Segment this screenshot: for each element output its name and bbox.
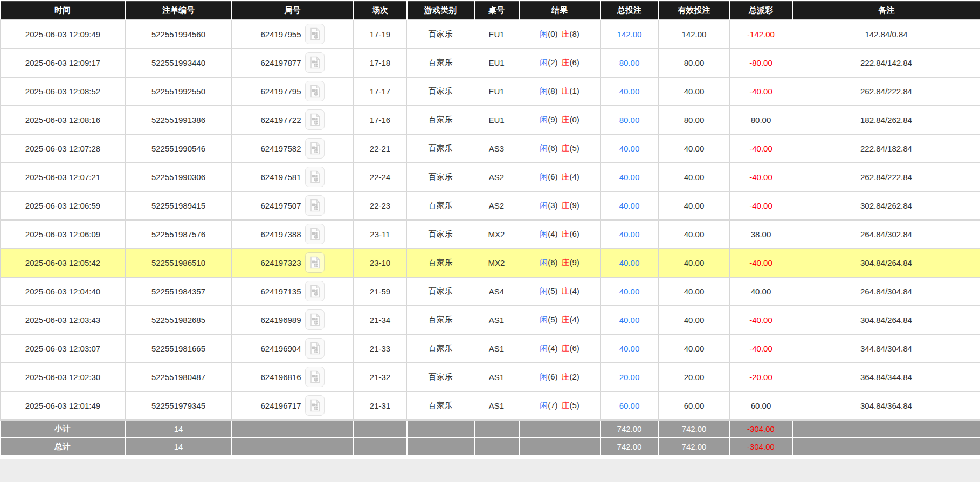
cell-round-no: 624196904 (232, 334, 354, 363)
total-bet-link[interactable]: 40.00 (619, 201, 640, 210)
total-bet-link[interactable]: 40.00 (619, 344, 640, 353)
col-header-order-no: 注单编号 (126, 2, 232, 20)
cell-game-type: 百家乐 (407, 220, 474, 249)
table-row: 2025-06-03 12:03:07 522551981665 6241969… (1, 334, 980, 363)
player-score: (4) (548, 343, 557, 353)
subtotal-empty-cell (407, 420, 474, 438)
cell-total-bet: 80.00 (601, 106, 659, 134)
total-bet-link[interactable]: 80.00 (619, 115, 640, 125)
round-no-text: 624197323 (260, 258, 301, 267)
video-file-icon (309, 170, 320, 183)
subtotal-row: 小计 14 742.00 742.00 -304.00 (1, 420, 980, 438)
cell-result: 闲(6)庄(5) (519, 134, 601, 163)
video-file-icon (309, 113, 320, 126)
video-replay-button[interactable] (305, 167, 325, 187)
cell-round-no: 624197795 (232, 77, 354, 106)
col-header-total-bet: 总投注 (601, 2, 659, 20)
cell-valid-bet: 40.00 (659, 306, 730, 334)
cell-session: 21-59 (354, 277, 407, 306)
banker-label: 庄 (562, 286, 570, 295)
video-replay-button[interactable] (305, 195, 325, 216)
player-score: (0) (548, 29, 557, 38)
cell-game-type: 百家乐 (407, 277, 474, 306)
round-no-text: 624196816 (260, 373, 301, 382)
cell-order-no: 522551993440 (126, 49, 232, 77)
cell-total-bet: 142.00 (601, 20, 659, 49)
total-bet-link[interactable]: 20.00 (619, 373, 640, 382)
video-replay-button[interactable] (305, 309, 325, 330)
subtotal-empty-cell (474, 420, 519, 438)
player-score: (6) (548, 172, 557, 181)
round-no-text: 624196717 (260, 401, 301, 410)
total-bet-link[interactable]: 40.00 (619, 173, 640, 182)
round-no-text: 624197507 (260, 201, 301, 210)
grand-total-total-bet: 742.00 (601, 438, 659, 456)
subtotal-count: 14 (126, 420, 232, 438)
total-bet-link[interactable]: 40.00 (619, 287, 640, 296)
cell-game-type: 百家乐 (407, 306, 474, 334)
cell-game-type: 百家乐 (407, 363, 474, 391)
total-bet-link[interactable]: 40.00 (619, 144, 640, 153)
cell-result: 闲(9)庄(0) (519, 106, 601, 134)
table-row: 2025-06-03 12:06:09 522551987576 6241973… (1, 220, 980, 249)
cell-remark: 304.84/264.84 (792, 306, 980, 334)
total-bet-link[interactable]: 60.00 (619, 401, 640, 410)
table-row: 2025-06-03 12:06:59 522551989415 6241975… (1, 191, 980, 220)
round-no-text: 624197388 (260, 230, 301, 239)
cell-session: 21-32 (354, 363, 407, 391)
cell-total-bet: 40.00 (601, 249, 659, 277)
cell-payout: -142.00 (730, 20, 792, 49)
grand-total-row: 总计 14 742.00 742.00 -304.00 (1, 438, 980, 456)
cell-order-no: 522551981665 (126, 334, 232, 363)
table-row: 2025-06-03 12:09:17 522551993440 6241978… (1, 49, 980, 77)
total-bet-link[interactable]: 40.00 (619, 315, 640, 325)
cell-round-no: 624197877 (232, 49, 354, 77)
player-label: 闲 (540, 372, 548, 381)
col-header-game-type: 游戏类别 (407, 2, 474, 20)
cell-valid-bet: 40.00 (659, 334, 730, 363)
video-replay-button[interactable] (305, 338, 325, 359)
cell-valid-bet: 40.00 (659, 134, 730, 163)
video-file-icon (309, 228, 320, 240)
cell-session: 17-19 (354, 20, 407, 49)
video-replay-button[interactable] (305, 224, 325, 244)
video-replay-button[interactable] (305, 138, 325, 159)
cell-table-no: AS1 (474, 363, 519, 391)
player-label: 闲 (540, 29, 548, 38)
header-row: 时间 注单编号 局号 场次 游戏类别 桌号 结果 总投注 有效投注 总派彩 备注 (1, 2, 980, 20)
player-score: (5) (548, 315, 557, 324)
player-label: 闲 (540, 343, 548, 353)
banker-label: 庄 (562, 143, 570, 153)
total-bet-link[interactable]: 80.00 (619, 58, 640, 67)
cell-remark: 364.84/344.84 (792, 363, 980, 391)
video-replay-button[interactable] (305, 81, 325, 101)
round-no-text: 624197582 (260, 144, 301, 153)
cell-game-type: 百家乐 (407, 249, 474, 277)
cell-valid-bet: 142.00 (659, 20, 730, 49)
cell-table-no: AS1 (474, 306, 519, 334)
cell-round-no: 624197323 (232, 249, 354, 277)
cell-game-type: 百家乐 (407, 191, 474, 220)
cell-table-no: EU1 (474, 77, 519, 106)
cell-game-type: 百家乐 (407, 106, 474, 134)
col-header-valid-bet: 有效投注 (659, 2, 730, 20)
video-replay-button[interactable] (305, 52, 325, 73)
video-replay-button[interactable] (305, 252, 325, 273)
total-bet-link[interactable]: 40.00 (619, 258, 640, 267)
cell-table-no: MX2 (474, 249, 519, 277)
cell-round-no: 624197507 (232, 191, 354, 220)
banker-score: (9) (570, 258, 579, 267)
video-replay-button[interactable] (305, 367, 325, 387)
video-replay-button[interactable] (305, 24, 325, 44)
cell-total-bet: 40.00 (601, 134, 659, 163)
cell-payout: -20.00 (730, 363, 792, 391)
total-bet-link[interactable]: 142.00 (617, 30, 642, 39)
col-header-remark: 备注 (792, 2, 980, 20)
video-file-icon (309, 27, 320, 40)
total-bet-link[interactable]: 40.00 (619, 87, 640, 96)
video-replay-button[interactable] (305, 109, 325, 130)
total-bet-link[interactable]: 40.00 (619, 230, 640, 239)
video-replay-button[interactable] (305, 395, 325, 416)
cell-time: 2025-06-03 12:09:17 (1, 49, 126, 77)
video-replay-button[interactable] (305, 281, 325, 301)
